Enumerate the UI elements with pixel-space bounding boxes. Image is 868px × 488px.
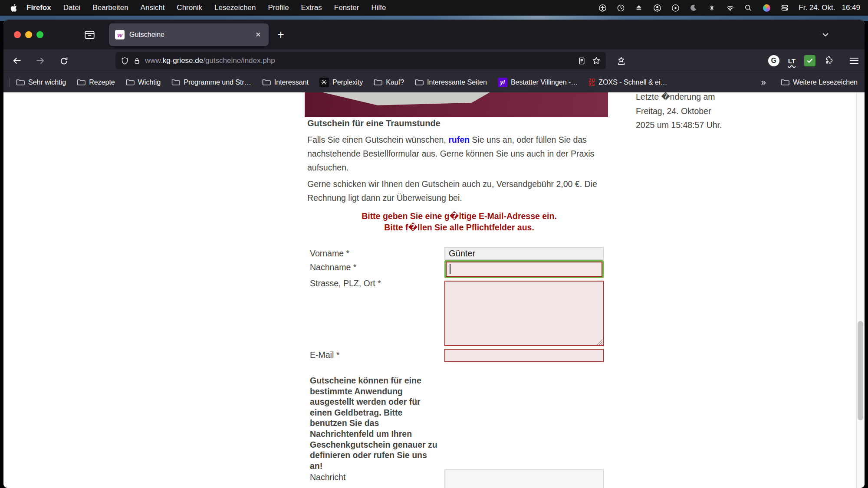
folder-icon [126, 79, 135, 86]
menu-profile[interactable]: Profile [262, 3, 295, 12]
accessibility-icon[interactable] [598, 3, 607, 12]
bookmark-kauf[interactable]: Kauf? [374, 79, 404, 86]
bookmark-label: Wichtig [138, 79, 161, 86]
tab-title: Gutscheine [129, 31, 253, 39]
menu-ansicht[interactable]: Ansicht [135, 3, 171, 12]
nachricht-textarea[interactable] [444, 469, 604, 488]
email-label: E-Mail * [310, 350, 339, 360]
resize-handle[interactable] [597, 339, 602, 345]
rufen-link[interactable]: rufen [448, 135, 470, 144]
tab-gutscheine[interactable]: w Gutscheine ✕ [109, 23, 269, 46]
email-input[interactable] [444, 349, 604, 362]
menu-datei[interactable]: Datei [57, 3, 87, 12]
bookmark-interessante-seiten[interactable]: Interessante Seiten [415, 79, 487, 86]
vorname-label: Vorname * [310, 249, 349, 259]
bookmark-zoxs[interactable]: ZO XS ZOXS - Schnell & ei… [589, 79, 667, 86]
languagetool-extension-icon[interactable]: LT [788, 57, 796, 65]
error-email: Bitte geben Sie eine g�ltige E-Mail-Adre… [307, 210, 611, 222]
bookmark-bestatter-villingen[interactable]: y! Bestatter Villingen -… [498, 78, 578, 87]
menubar-time: 16:49 [842, 3, 860, 12]
folder-icon [16, 79, 25, 86]
menu-chronik[interactable]: Chronik [171, 3, 208, 12]
menu-extras[interactable]: Extras [295, 3, 328, 12]
lock-icon[interactable] [133, 57, 141, 65]
scrollbar-thumb[interactable] [858, 321, 863, 420]
url-text[interactable]: www.kg-griese.de/gutscheine/index.php [145, 56, 275, 65]
bookmark-wichtig[interactable]: Wichtig [126, 79, 161, 86]
bookmark-sehr-wichtig[interactable]: Sehr wichtig [16, 79, 66, 86]
save-bookmark-tray-icon[interactable] [613, 52, 629, 69]
menu-hilfe[interactable]: Hilfe [365, 3, 392, 12]
wifi-icon[interactable] [726, 3, 734, 12]
user-account-icon[interactable] [653, 3, 661, 12]
bookmark-star-icon[interactable] [592, 56, 601, 65]
menubar-clock[interactable]: Fr. 24. Okt. 16:49 [799, 3, 860, 12]
yahoo-icon: y! [498, 78, 507, 87]
bookmark-label: Interessant [274, 79, 309, 86]
intro-paragraph: Falls Sie einen Gutschein wünschen, rufe… [307, 133, 615, 174]
apple-menu-icon[interactable] [10, 4, 20, 12]
menu-fenster[interactable]: Fenster [328, 3, 365, 12]
spotlight-search-icon[interactable] [744, 3, 753, 12]
bookmark-label: Weitere Lesezeichen [793, 79, 858, 86]
vorname-input[interactable] [444, 247, 604, 260]
forward-button[interactable] [32, 52, 49, 69]
list-tabs-chevron-icon[interactable] [821, 30, 830, 39]
zoom-window-button[interactable] [36, 31, 43, 38]
bookmarks-overflow-chevron-icon[interactable]: » [761, 77, 766, 87]
bookmark-label: Kauf? [386, 79, 404, 86]
voucher-photo-highlight [305, 92, 608, 117]
window-controls [14, 31, 43, 38]
form-error-messages: Bitte geben Sie eine g�ltige E-Mail-Adre… [307, 210, 611, 233]
zoxs-icon: ZO XS [589, 79, 595, 86]
last-change-note: Letzte �nderung am Freitag, 24. Oktober … [636, 92, 744, 132]
bookmark-perplexity[interactable]: Perplexity [319, 78, 363, 87]
tracking-shield-icon[interactable] [121, 57, 129, 65]
bluetooth-icon[interactable] [707, 3, 716, 12]
bookmark-label: Interessante Seiten [427, 79, 487, 86]
back-button[interactable] [9, 52, 25, 69]
nachname-input-focus-ring [444, 260, 604, 278]
page-scrollbar[interactable] [856, 92, 865, 488]
voucher-photo [305, 92, 608, 117]
app-menu-hamburger-icon[interactable] [850, 58, 858, 64]
shipping-paragraph: Gerne schicken wir Ihnen den Gutschein a… [307, 177, 615, 205]
bookmark-label: Sehr wichtig [28, 79, 66, 86]
play-icon[interactable] [671, 3, 680, 12]
time-machine-icon[interactable] [616, 3, 625, 12]
bookmark-label: Bestatter Villingen -… [511, 79, 578, 86]
bookmark-programme[interactable]: Programme und Str… [171, 79, 251, 86]
control-center-icon[interactable] [780, 3, 789, 12]
nachname-input[interactable] [446, 262, 602, 277]
reload-button[interactable] [56, 52, 72, 69]
google-extension-icon[interactable]: G [768, 55, 779, 66]
navigation-toolbar: www.kg-griese.de/gutscheine/index.php G … [3, 49, 865, 72]
tab-favicon: w [115, 30, 125, 39]
menu-firefox[interactable]: Firefox [20, 3, 57, 12]
bookmark-rezepte[interactable]: Rezepte [77, 79, 115, 86]
reader-view-icon[interactable] [578, 57, 586, 65]
menu-bearbeiten[interactable]: Bearbeiten [86, 3, 134, 12]
bookmark-weitere-lesezeichen[interactable]: Weitere Lesezeichen [781, 79, 858, 86]
checkmark-extension-icon[interactable] [804, 55, 815, 66]
url-path: /gutscheine/index.php [203, 56, 275, 65]
extensions-puzzle-icon[interactable] [824, 56, 833, 66]
url-bar[interactable]: www.kg-griese.de/gutscheine/index.php [115, 52, 606, 69]
bookmark-interessant[interactable]: Interessant [262, 79, 309, 86]
menu-lesezeichen[interactable]: Lesezeichen [208, 3, 262, 12]
strasse-label: Strasse, PLZ, Ort * [310, 278, 381, 288]
eject-icon[interactable] [635, 3, 643, 12]
menubar-status-area: Fr. 24. Okt. 16:49 [598, 3, 868, 12]
bookmark-label: Rezepte [89, 79, 115, 86]
tab-manager-icon[interactable] [84, 30, 95, 40]
do-not-disturb-moon-icon[interactable] [689, 3, 698, 12]
tab-bar: w Gutscheine ✕ + [3, 20, 865, 49]
close-window-button[interactable] [14, 31, 21, 38]
intro-text-before: Falls Sie einen Gutschein wünschen, [307, 135, 448, 144]
new-tab-button[interactable]: + [277, 28, 284, 42]
nachricht-label: Nachricht [310, 472, 345, 482]
minimize-window-button[interactable] [25, 31, 32, 38]
tab-close-icon[interactable]: ✕ [253, 29, 263, 40]
color-app-icon[interactable] [762, 3, 771, 12]
strasse-textarea[interactable] [444, 281, 604, 346]
